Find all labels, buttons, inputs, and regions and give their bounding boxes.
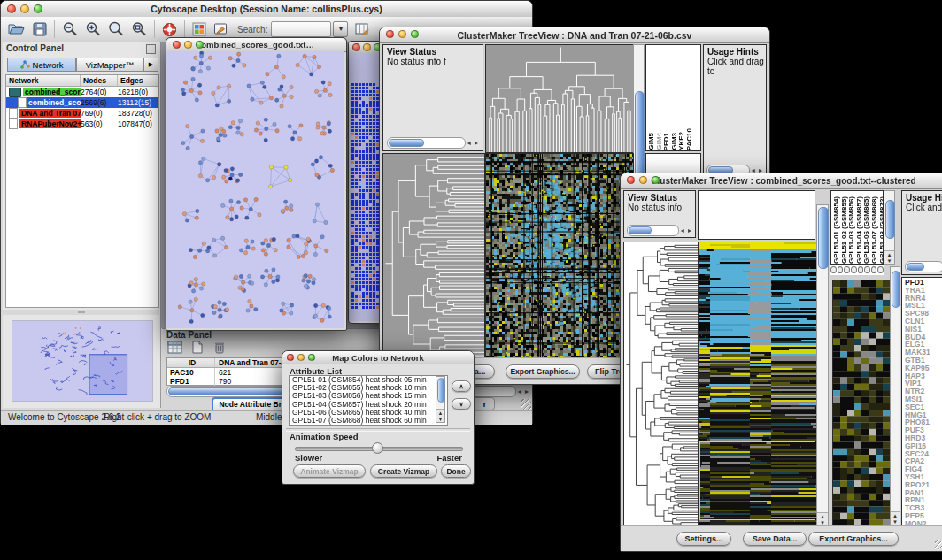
minimize-button[interactable]: [297, 354, 305, 361]
scrollbar-thumb[interactable]: [892, 271, 900, 308]
column-dendrogram[interactable]: [485, 44, 634, 153]
document-icon: [9, 119, 18, 129]
search-input[interactable]: [271, 21, 331, 37]
main-heatmap[interactable]: [698, 242, 817, 528]
network-tree-table: Network Nodes Edges combined_scores 2764…: [5, 74, 159, 308]
scrollbar-arrows[interactable]: ▴▾: [436, 409, 444, 422]
column-labels: GPL51-01 (GSM854)GPL51-02 (GSM855)GPL51-…: [830, 190, 884, 265]
network-overview-thumbnail[interactable]: [12, 320, 153, 402]
resize-grip[interactable]: [521, 399, 531, 410]
scrollbar-thumb[interactable]: [907, 263, 924, 271]
view-status-panel: View Status No status info ◂ ▸: [623, 190, 696, 238]
help-lifesaver-icon[interactable]: [162, 22, 177, 37]
export-graphics-button[interactable]: Export Graphics...: [808, 532, 899, 546]
tab-vizmapper[interactable]: VizMapper™: [76, 58, 143, 72]
scrollbar-arrows[interactable]: ▴▾: [891, 511, 900, 525]
list-vscrollbar[interactable]: ▴▾: [436, 376, 445, 423]
open-folder-icon[interactable]: [8, 22, 26, 36]
close-button[interactable]: [173, 41, 181, 49]
minimize-button[interactable]: [363, 43, 371, 51]
zoom-button[interactable]: [308, 354, 315, 361]
scrollbar-arrows[interactable]: ◂ ▸: [679, 226, 692, 234]
new-attribute-icon[interactable]: [191, 341, 204, 357]
col-network[interactable]: Network: [6, 75, 81, 86]
table-row[interactable]: DNA and Tran 07 769(0) 183728(0): [6, 108, 158, 119]
minimize-button[interactable]: [20, 4, 29, 13]
minimize-button[interactable]: [398, 30, 406, 38]
scrollbar-thumb[interactable]: [437, 378, 445, 403]
column-dendrogram-area[interactable]: [698, 190, 815, 240]
move-down-button[interactable]: ∨: [452, 398, 471, 410]
tab-network[interactable]: Network: [7, 58, 76, 72]
scrollbar-arrows[interactable]: ▴▾: [884, 250, 894, 264]
heatmap-vscrollbar[interactable]: ▴▾: [816, 204, 829, 526]
scrollbar-thumb[interactable]: [389, 139, 424, 147]
minimize-button[interactable]: [184, 41, 192, 49]
splitter-handle[interactable]: [3, 310, 159, 315]
save-icon[interactable]: [33, 22, 47, 36]
scrollbar-thumb[interactable]: [629, 226, 652, 234]
export-graphics-button[interactable]: Export Graphics...: [506, 364, 580, 379]
close-button[interactable]: [287, 354, 294, 361]
network-table-header[interactable]: Network Nodes Edges: [6, 75, 158, 87]
scrollbar-thumb[interactable]: [818, 207, 829, 269]
scrollbar-thumb[interactable]: [885, 200, 895, 239]
settings-button[interactable]: Settings...: [676, 532, 731, 546]
hints-hscrollbar[interactable]: [905, 261, 942, 272]
resize-grip[interactable]: [935, 540, 942, 550]
scrollbar-arrows[interactable]: ◂ ▸: [466, 139, 479, 147]
control-panel-header: Control Panel: [3, 42, 160, 58]
window-title-bar[interactable]: ClusterMaker TreeView : combined_scores_…: [621, 173, 942, 189]
main-title-bar[interactable]: Cytoscape Desktop (Session Name: collins…: [1, 1, 532, 18]
status-hscrollbar[interactable]: ◂ ▸: [387, 137, 479, 148]
create-vizmap-button[interactable]: Create Vizmap: [370, 464, 437, 478]
table-view-icon[interactable]: [167, 341, 182, 357]
delete-attribute-trash-icon[interactable]: [213, 341, 226, 357]
zoom-button[interactable]: [411, 30, 419, 38]
close-button[interactable]: [627, 176, 635, 184]
zoom-heatmap[interactable]: [832, 280, 891, 527]
row-dendrogram[interactable]: [382, 153, 485, 359]
network-canvas[interactable]: [166, 51, 344, 328]
zoom-in-icon[interactable]: [85, 21, 101, 37]
main-heatmap[interactable]: [485, 153, 634, 359]
table-row[interactable]: RNAPuberNov2+ 563(0) 107847(0): [6, 119, 158, 129]
cytopanel-squares-icon[interactable]: [192, 22, 206, 36]
search-dropdown-arrow[interactable]: ▾: [333, 21, 348, 37]
zoom-selected-icon[interactable]: [131, 21, 147, 37]
close-button[interactable]: [7, 4, 16, 13]
status-hscrollbar[interactable]: ◂ ▸: [627, 225, 692, 235]
save-data-button[interactable]: Save Data...: [743, 532, 807, 546]
attribute-item[interactable]: GPL51-07 (GSM868) heat shock 60 min: [290, 417, 447, 425]
scrollbar-arrows[interactable]: ◂ ▸: [516, 387, 529, 395]
table-row[interactable]: combined_scores 2764(0) 16218(0): [6, 87, 158, 97]
float-panel-icon[interactable]: [146, 44, 156, 54]
table-row-selected[interactable]: combined_sco 2569(6) 13112(15): [6, 97, 158, 108]
row-dendrogram[interactable]: [623, 242, 699, 528]
close-button[interactable]: [386, 30, 394, 38]
animate-vizmap-button[interactable]: Animate Vizmap: [293, 464, 366, 478]
scrollbar-arrows[interactable]: ▴▾: [817, 512, 828, 525]
window-title-bar[interactable]: combined_scores_good.txt--cluste...: [166, 38, 346, 52]
network-name: combined_scores: [23, 88, 81, 96]
speed-slider-thumb[interactable]: [372, 442, 383, 454]
column-label[interactable]: PAC10: [686, 128, 694, 150]
zoom-button[interactable]: [196, 41, 204, 49]
close-button[interactable]: [352, 43, 360, 51]
zoom-button[interactable]: [34, 4, 42, 13]
col-edges[interactable]: Edges: [118, 75, 158, 86]
window-title-bar[interactable]: ClusterMaker TreeView : DNA and Tran 07-…: [380, 27, 769, 43]
labels-vscrollbar[interactable]: ▴▾: [884, 190, 895, 265]
col-nodes[interactable]: Nodes: [81, 75, 118, 86]
attribute-editor-icon[interactable]: [355, 22, 370, 36]
zoom-out-icon[interactable]: [62, 21, 78, 37]
done-button[interactable]: Done: [441, 464, 471, 478]
dialog-title-bar[interactable]: Map Colors to Network: [282, 351, 474, 364]
minimize-button[interactable]: [639, 176, 647, 184]
move-up-button[interactable]: ∧: [452, 380, 471, 392]
genelist-vscrollbar[interactable]: ▴▾: [890, 266, 900, 525]
zoom-fit-icon[interactable]: [108, 21, 124, 37]
annotation-icon[interactable]: [213, 22, 228, 36]
tab-overflow-arrow[interactable]: ▶: [143, 58, 158, 72]
zoom-button[interactable]: [652, 176, 660, 184]
